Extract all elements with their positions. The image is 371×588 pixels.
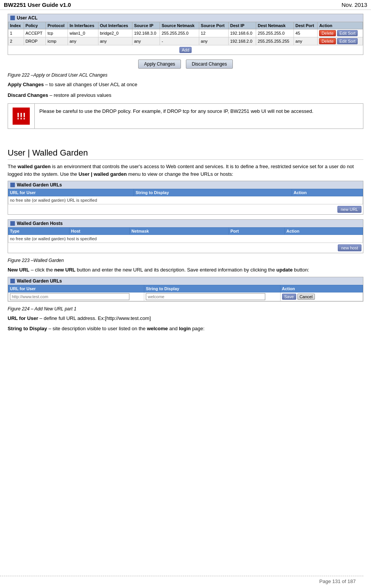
discard-desc-text: – restore all previous values bbox=[50, 92, 111, 98]
wg-col-string: String to Display bbox=[134, 189, 292, 196]
figure224-caption: Figure 224 – Add New URL part 1 bbox=[8, 306, 363, 312]
string-to-display-title: String to Display bbox=[8, 326, 47, 331]
wg-host-col-netmask: Netmask bbox=[130, 228, 229, 235]
save-url-button[interactable]: Save bbox=[282, 294, 296, 300]
wg-host-col-action: Action bbox=[285, 228, 363, 235]
new-url-button[interactable]: new URL bbox=[337, 206, 361, 213]
col-dest-netmask: Dest Netmask bbox=[256, 22, 294, 29]
figure222-caption: Figure 222 –Apply or Discard User ACL Ch… bbox=[8, 72, 363, 78]
discard-desc: Discard Changes – restore all previous v… bbox=[8, 92, 363, 99]
wg-urls2-icon bbox=[10, 279, 15, 283]
wg-no-entry-row: no free site (or walled garden) URL is s… bbox=[8, 196, 363, 204]
page-number: Page 131 of 187 bbox=[319, 578, 356, 584]
walled-garden-urls-header: Walled Garden URLs bbox=[8, 181, 363, 189]
warning-icon: !!! bbox=[13, 108, 30, 125]
edit-sort-button[interactable]: Edit Sort bbox=[337, 38, 358, 44]
wg-col-url: URL for User bbox=[8, 189, 134, 196]
new-url-btn-label: new URL bbox=[54, 267, 76, 273]
wg2-col-action: Action bbox=[280, 285, 363, 292]
wg-no-entry-host: no free site (or walled garden) host is … bbox=[8, 235, 363, 243]
wg-urls2-title: Walled Garden URLs bbox=[17, 278, 62, 284]
main-content: User ACL Index Policy Protocol In Interf… bbox=[0, 10, 371, 339]
wg2-display-cell bbox=[144, 292, 280, 301]
url-for-user-input[interactable] bbox=[10, 293, 129, 300]
edit-sort-button[interactable]: Edit Sort bbox=[337, 30, 358, 36]
col-dest-port: Dest Port bbox=[294, 22, 318, 29]
add-button[interactable]: Add bbox=[179, 47, 192, 53]
action-cell: DeleteEdit Sort bbox=[318, 37, 363, 45]
wg-no-entry-url: no free site (or walled garden) URL is s… bbox=[8, 196, 363, 204]
new-url-label: New URL bbox=[8, 267, 29, 273]
new-url-desc: New URL – click the new URL button and e… bbox=[8, 266, 363, 274]
wg-host-col-host: Host bbox=[69, 228, 130, 235]
wg-hosts-footer: new host bbox=[8, 243, 363, 253]
warning-icon-cell: !!! bbox=[8, 104, 35, 129]
string-to-display-desc: String to Display – site description vis… bbox=[8, 325, 363, 333]
apply-discard-row: Apply Changes Discard Changes bbox=[8, 59, 363, 69]
col-action: Action bbox=[318, 22, 363, 29]
wg-col-action: Action bbox=[292, 189, 363, 196]
url-for-user-desc: URL for User – define full URL address. … bbox=[8, 315, 363, 322]
discard-title: Discard Changes bbox=[8, 92, 48, 98]
user-acl-box: User ACL Index Policy Protocol In Interf… bbox=[8, 14, 363, 55]
wg2-action-cell: Save Cancel bbox=[280, 292, 363, 301]
walled-garden-urls-box: Walled Garden URLs URL for User String t… bbox=[8, 181, 363, 215]
figure223-caption: Figure 223 –Walled Garden bbox=[8, 258, 363, 263]
wg-urls-icon bbox=[10, 183, 15, 187]
user-acl-title: User ACL bbox=[17, 15, 37, 21]
walled-garden-urls2-header: Walled Garden URLs bbox=[8, 277, 363, 285]
wg2-input-row: Save Cancel bbox=[8, 292, 363, 301]
login-bold: login bbox=[179, 326, 191, 331]
doc-date: Nov. 2013 bbox=[342, 2, 367, 8]
wg-urls-table: URL for User String to Display Action no… bbox=[8, 189, 363, 204]
wg-hosts-table: Type Host Netmask Port Action no free si… bbox=[8, 227, 363, 243]
doc-title: BW2251 User Guide v1.0 bbox=[4, 2, 71, 8]
col-source-netmask: Source Netmask bbox=[160, 22, 199, 29]
col-dest-ip: Dest IP bbox=[228, 22, 256, 29]
string-to-display-input[interactable] bbox=[146, 293, 265, 300]
walled-garden-intro: The walled garden is an environment that… bbox=[8, 163, 363, 178]
user-walled-bold: User | walled garden bbox=[79, 171, 127, 177]
wg-urls2-table: URL for User String to Display Action Sa… bbox=[8, 285, 363, 301]
apply-desc-text: – to save all changes of User ACL at onc… bbox=[45, 82, 137, 87]
wg2-url-cell bbox=[8, 292, 144, 301]
delete-button[interactable]: Delete bbox=[319, 38, 336, 44]
wg-host-col-port: Port bbox=[229, 228, 285, 235]
wg-hosts-icon bbox=[10, 221, 15, 226]
wg-hosts-title: Walled Garden Hosts bbox=[17, 221, 63, 226]
apply-title: Apply Changes bbox=[8, 82, 44, 87]
new-host-button[interactable]: new host bbox=[338, 244, 361, 251]
action-cell: DeleteEdit Sort bbox=[318, 29, 363, 37]
col-out-interfaces: Out Interfaces bbox=[98, 22, 132, 29]
url-for-user-desc-text: – define full URL address. Ex:[http://ww… bbox=[40, 315, 151, 321]
user-acl-header: User ACL bbox=[8, 14, 363, 22]
col-policy: Policy bbox=[24, 22, 46, 29]
url-for-user-title: URL for User bbox=[8, 315, 38, 321]
delete-button[interactable]: Delete bbox=[319, 30, 336, 36]
table-row: 1ACCEPTtcpwlan1_0bridge2_0192.168.3.0255… bbox=[8, 29, 363, 37]
walled-garden-title: User | Walled Garden bbox=[8, 148, 363, 160]
col-protocol: Protocol bbox=[46, 22, 68, 29]
table-row: 2DROPicmpanyanyany-any192.168.2.0255.255… bbox=[8, 37, 363, 45]
walled-garden-urls2-box: Walled Garden URLs URL for User String t… bbox=[8, 277, 363, 302]
warning-text-content: Please be careful to use the DROP policy… bbox=[35, 104, 318, 129]
walled-garden-bold: walled garden bbox=[18, 164, 51, 169]
walled-garden-hosts-box: Walled Garden Hosts Type Host Netmask Po… bbox=[8, 219, 363, 253]
wg-urls-title: Walled Garden URLs bbox=[17, 182, 62, 188]
cancel-url-button[interactable]: Cancel bbox=[297, 294, 315, 300]
apply-changes-button[interactable]: Apply Changes bbox=[138, 59, 181, 69]
apply-desc: Apply Changes – to save all changes of U… bbox=[8, 81, 363, 88]
section-icon bbox=[10, 16, 15, 20]
col-index: Index bbox=[8, 22, 24, 29]
col-source-port: Source Port bbox=[199, 22, 229, 29]
warning-box: !!! Please be careful to use the DROP po… bbox=[8, 103, 363, 129]
walled-garden-hosts-header: Walled Garden Hosts bbox=[8, 220, 363, 227]
page-footer: Page 131 of 187 bbox=[0, 576, 363, 584]
welcome-bold: welcome bbox=[147, 326, 168, 331]
discard-changes-button[interactable]: Discard Changes bbox=[186, 59, 232, 69]
acl-table-footer: Add bbox=[8, 45, 363, 55]
wg2-col-string: String to Display bbox=[144, 285, 280, 292]
wg-host-col-type: Type bbox=[8, 228, 69, 235]
page-header: BW2251 User Guide v1.0 Nov. 2013 bbox=[0, 0, 371, 10]
wg-hosts-no-entry-row: no free site (or walled garden) host is … bbox=[8, 235, 363, 243]
